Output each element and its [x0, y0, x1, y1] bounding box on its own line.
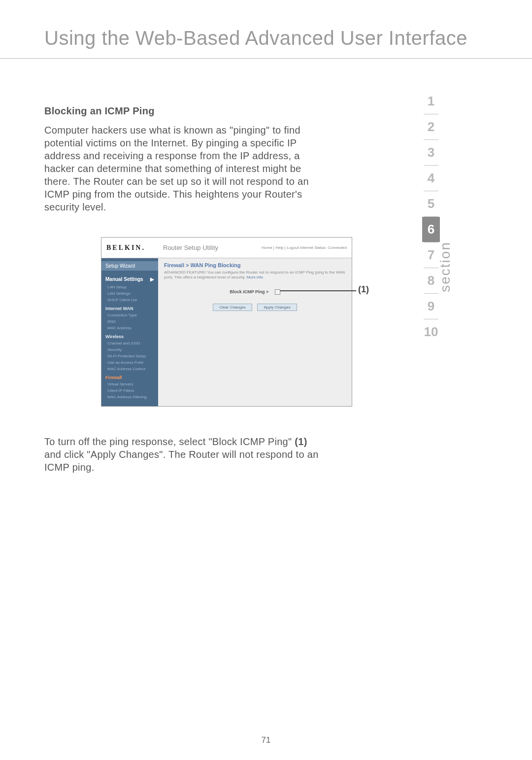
callout-leader-line [280, 290, 356, 291]
section-nav-item-4[interactable]: 4 [422, 166, 440, 191]
sidebar-manual-label: Manual Settings [105, 276, 143, 282]
section-nav-item-5[interactable]: 5 [422, 191, 440, 216]
sidebar-item[interactable]: DNS [101, 318, 158, 325]
apply-changes-button[interactable]: Apply Changes [257, 304, 297, 311]
after-paragraph: To turn off the ping response, select "B… [44, 407, 320, 474]
block-icmp-checkbox[interactable] [275, 289, 280, 295]
section-vertical-label: section [437, 242, 453, 292]
sidebar-item[interactable]: LAN Settings [101, 290, 158, 297]
section-nav-item-6[interactable]: 6 [422, 217, 440, 242]
sidebar-item[interactable]: Security [101, 346, 158, 353]
sidebar-item[interactable]: MAC Address [101, 325, 158, 331]
embedded-screenshot: BELKIN. Router Setup Utility Home | Help… [101, 237, 367, 407]
section-nav-item-3[interactable]: 3 [422, 140, 440, 165]
after-text-pre: To turn off the ping response, select "B… [44, 436, 295, 447]
breadcrumb: Firewall > WAN Ping Blocking [164, 262, 346, 268]
chevron-right-icon: ▶ [150, 276, 154, 282]
sidebar-item[interactable]: LAN Setup [101, 284, 158, 290]
router-sidebar: Setup Wizard Manual Settings ▶ LAN Setup… [101, 258, 158, 406]
callout-1-label: (1) [358, 284, 369, 295]
section-subhead: Blocking an ICMP Ping [44, 105, 320, 117]
sidebar-item[interactable]: MAC Address Filtering [101, 394, 158, 400]
after-text-bold: (1) [295, 436, 307, 447]
feature-description: ADVANCED FEATURE! You can configure the … [164, 270, 346, 280]
more-info-link[interactable]: More info [247, 275, 263, 279]
sidebar-item[interactable]: Virtual Servers [101, 381, 158, 387]
sidebar-item[interactable]: MAC Address Control [101, 366, 158, 372]
router-utility-title: Router Setup Utility [158, 244, 262, 251]
sidebar-item[interactable]: Channel and SSID [101, 340, 158, 346]
section-nav-item-1[interactable]: 1 [422, 89, 440, 114]
sidebar-item[interactable]: Use as Access Point [101, 359, 158, 366]
body-paragraph: Computer hackers use what is known as "p… [44, 124, 320, 213]
router-header: BELKIN. Router Setup Utility Home | Help… [101, 238, 352, 258]
section-nav-item-9[interactable]: 9 [422, 294, 440, 319]
sidebar-item[interactable]: Client IP Filters [101, 387, 158, 394]
section-nav-item-2[interactable]: 2 [422, 114, 440, 139]
button-row: Clear Changes Apply Changes [164, 304, 346, 311]
page-title: Using the Web-Based Advanced User Interf… [0, 0, 532, 59]
sidebar-item[interactable]: DHCP Client List [101, 297, 158, 303]
clear-changes-button[interactable]: Clear Changes [213, 304, 252, 311]
block-icmp-label: Block ICMP Ping > [230, 289, 268, 294]
sidebar-cat-wan: Internet WAN [101, 303, 158, 312]
content-area: Blocking an ICMP Ping Computer hackers u… [0, 59, 394, 474]
section-nav-item-10[interactable]: 10 [422, 319, 440, 345]
page-number: 71 [0, 735, 532, 745]
after-text-post: and click "Apply Changes". The Router wi… [44, 449, 319, 473]
sidebar-manual-settings[interactable]: Manual Settings ▶ [101, 274, 158, 284]
sidebar-setup-wizard[interactable]: Setup Wizard [101, 261, 158, 271]
router-header-links[interactable]: Home | Help | Logout Internet Status: Co… [262, 245, 347, 250]
sidebar-cat-firewall: Firewall [101, 372, 158, 381]
router-setup-window: BELKIN. Router Setup Utility Home | Help… [101, 237, 352, 407]
belkin-logo: BELKIN. [106, 244, 158, 252]
router-body: Setup Wizard Manual Settings ▶ LAN Setup… [101, 258, 352, 406]
sidebar-item[interactable]: Connection Type [101, 312, 158, 318]
sidebar-item[interactable]: Wi-Fi Protected Setup [101, 353, 158, 359]
router-main-panel: Firewall > WAN Ping Blocking ADVANCED FE… [158, 258, 352, 406]
sidebar-cat-wireless: Wireless [101, 331, 158, 340]
section-nav: 12345678910 [421, 89, 441, 345]
